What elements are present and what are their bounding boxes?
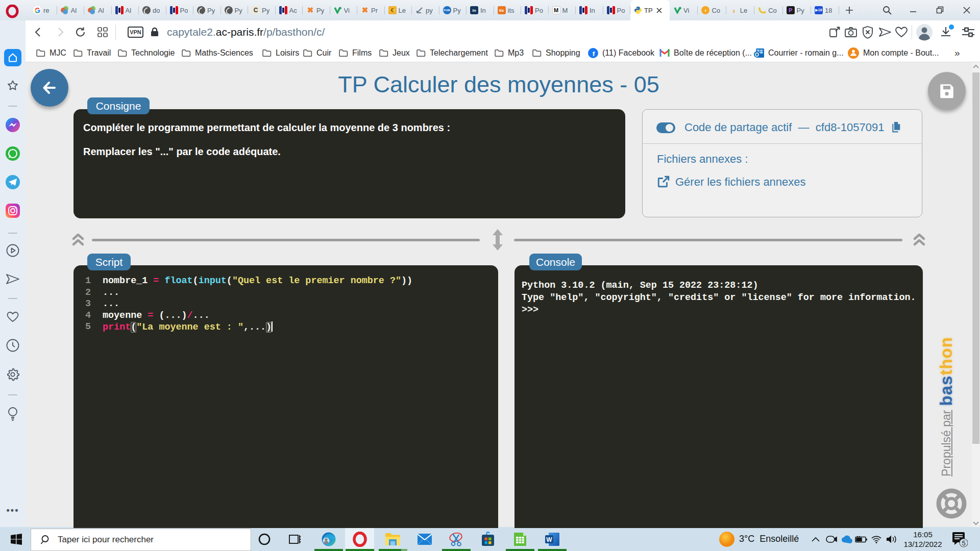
svg-text:O: O xyxy=(755,52,759,57)
svg-text:f: f xyxy=(593,49,595,57)
svg-text:W: W xyxy=(546,536,552,543)
svg-text:5: 5 xyxy=(962,539,965,547)
